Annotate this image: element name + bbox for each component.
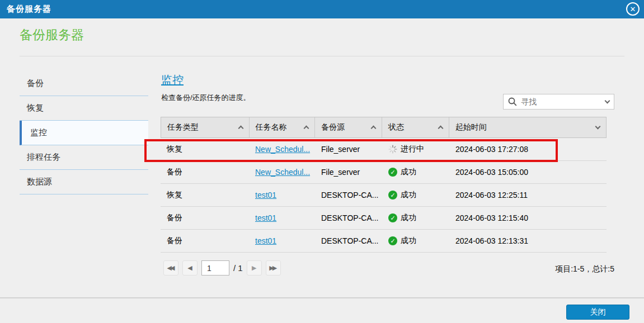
- sort-desc-icon: [595, 124, 601, 130]
- column-label: 起始时间: [455, 122, 487, 132]
- header-divider: [20, 56, 624, 56]
- previous-page-button[interactable]: ◀: [182, 260, 198, 276]
- dialog-title: 备份服务器: [7, 4, 51, 15]
- cell-backup-source: File_server: [315, 168, 382, 177]
- status-text: 成功: [401, 167, 416, 177]
- column-label: 备份源: [321, 122, 345, 132]
- dialog-titlebar: 备份服务器 ✕: [0, 0, 644, 18]
- cell-backup-source: DESKTOP-CA...: [315, 236, 382, 245]
- column-header-status[interactable]: 状态: [382, 117, 449, 137]
- sidebar-item-label: 恢复: [27, 103, 44, 113]
- cell-status: ✓ 成功: [382, 213, 449, 223]
- sidebar-item-restore[interactable]: 恢复: [20, 96, 148, 121]
- cell-backup-source: DESKTOP-CA...: [315, 191, 382, 200]
- cell-task-name: test01: [249, 191, 315, 200]
- status-text: 成功: [401, 236, 416, 246]
- column-header-task-name[interactable]: 任务名称: [250, 117, 316, 137]
- search-icon: [508, 97, 517, 106]
- cell-task-type: 备份: [161, 167, 249, 177]
- section-description: 检查备份/还原任务的进度。: [161, 93, 251, 103]
- last-page-button[interactable]: ▶▶: [266, 260, 281, 276]
- cell-status: 进行中: [382, 144, 449, 154]
- table-row[interactable]: 恢复 test01 DESKTOP-CA... ✓ 成功 2024-06-03 …: [161, 184, 607, 207]
- close-glyph: ✕: [630, 6, 636, 13]
- first-page-button[interactable]: ◀◀: [163, 260, 178, 276]
- cell-task-name: test01: [249, 236, 315, 245]
- cell-backup-source: DESKTOP-CA...: [315, 213, 382, 222]
- sort-asc-icon: [238, 126, 243, 131]
- sidebar-item-scheduled-tasks[interactable]: 排程任务: [20, 145, 148, 170]
- cell-task-name: New_Schedul...: [249, 145, 315, 154]
- cell-start-time: 2024-06-03 17:27:08: [449, 145, 607, 154]
- column-header-task-type[interactable]: 任务类型: [161, 117, 250, 137]
- monitor-table: 任务类型 任务名称 备份源 状态 起始时间 恢复: [161, 117, 607, 253]
- cell-task-type: 恢复: [161, 144, 249, 154]
- page-title: 备份服务器: [20, 26, 84, 44]
- success-check-icon: ✓: [388, 168, 397, 177]
- section-heading-monitor[interactable]: 监控: [161, 73, 184, 88]
- search-input[interactable]: [521, 97, 605, 106]
- column-label: 任务名称: [256, 122, 287, 132]
- sidebar-item-backup[interactable]: 备份: [20, 72, 148, 96]
- sidebar: 备份 恢复 监控 排程任务 数据源: [20, 72, 148, 194]
- search-box[interactable]: [503, 94, 614, 110]
- next-page-button[interactable]: ▶: [247, 260, 262, 276]
- cell-task-type: 备份: [161, 213, 249, 223]
- cell-backup-source: File_server: [315, 145, 382, 154]
- success-check-icon: ✓: [388, 236, 397, 245]
- sidebar-item-label: 数据源: [27, 177, 52, 187]
- sidebar-item-label: 监控: [30, 127, 47, 138]
- task-name-link[interactable]: test01: [255, 213, 276, 222]
- double-left-arrow-icon: ◀◀: [167, 264, 173, 272]
- cell-start-time: 2024-06-03 12:15:40: [449, 213, 607, 222]
- table-row[interactable]: 备份 New_Schedul... File_server ✓ 成功 2024-…: [161, 161, 607, 184]
- table-row[interactable]: 备份 test01 DESKTOP-CA... ✓ 成功 2024-06-03 …: [161, 230, 607, 253]
- cell-task-type: 备份: [161, 236, 249, 246]
- status-text: 成功: [401, 213, 416, 223]
- backup-server-dialog: 备份服务器 ✕ 备份服务器 备份 恢复 监控 排程任务 数据源 监控 检查备份/…: [0, 0, 644, 323]
- sort-asc-icon: [304, 126, 309, 131]
- table-header-row: 任务类型 任务名称 备份源 状态 起始时间: [161, 117, 607, 138]
- table-row[interactable]: 恢复 New_Schedul... File_server: [161, 138, 607, 161]
- in-progress-spinner-icon: [388, 145, 397, 154]
- column-header-start-time[interactable]: 起始时间: [449, 117, 606, 137]
- success-check-icon: ✓: [388, 191, 397, 200]
- right-arrow-icon: ▶: [252, 264, 256, 272]
- sidebar-item-monitor[interactable]: 监控: [20, 121, 148, 145]
- cell-task-type: 恢复: [161, 190, 249, 200]
- task-name-link[interactable]: New_Schedul...: [255, 145, 310, 154]
- column-label: 状态: [388, 122, 404, 132]
- cell-task-name: test01: [249, 213, 315, 222]
- items-summary: 项目:1-5，总计:5: [555, 264, 614, 274]
- left-arrow-icon: ◀: [187, 264, 192, 272]
- success-check-icon: ✓: [388, 213, 397, 222]
- task-name-link[interactable]: test01: [255, 191, 276, 200]
- sort-asc-icon: [438, 126, 443, 131]
- double-right-arrow-icon: ▶▶: [269, 264, 275, 272]
- column-label: 任务类型: [167, 122, 199, 132]
- table-row[interactable]: 备份 test01 DESKTOP-CA... ✓ 成功 2024-06-03 …: [161, 207, 607, 230]
- sidebar-item-label: 备份: [27, 78, 44, 89]
- chevron-down-icon[interactable]: [605, 98, 610, 104]
- cell-start-time: 2024-06-03 12:13:31: [449, 236, 607, 245]
- sidebar-item-data-source[interactable]: 数据源: [20, 170, 148, 194]
- footer-divider: [0, 297, 644, 298]
- page-number-input[interactable]: [201, 260, 229, 276]
- close-button-label: 关闭: [590, 307, 606, 317]
- sidebar-item-label: 排程任务: [27, 152, 60, 163]
- cell-status: ✓ 成功: [382, 236, 449, 246]
- cell-task-name: New_Schedul...: [249, 168, 315, 177]
- cell-start-time: 2024-06-03 12:25:11: [449, 191, 607, 200]
- cell-status: ✓ 成功: [382, 167, 449, 177]
- sort-asc-icon: [371, 126, 377, 131]
- status-text: 进行中: [401, 144, 424, 154]
- task-name-link[interactable]: test01: [255, 236, 276, 245]
- close-icon[interactable]: ✕: [626, 2, 640, 16]
- close-button[interactable]: 关闭: [566, 305, 629, 320]
- pagination: ◀◀ ◀ / 1 ▶ ▶▶: [163, 260, 281, 276]
- cell-status: ✓ 成功: [382, 190, 449, 200]
- task-name-link[interactable]: New_Schedul...: [255, 168, 310, 177]
- status-text: 成功: [401, 190, 416, 200]
- column-header-backup-source[interactable]: 备份源: [315, 117, 382, 137]
- cell-start-time: 2024-06-03 15:05:00: [449, 168, 607, 177]
